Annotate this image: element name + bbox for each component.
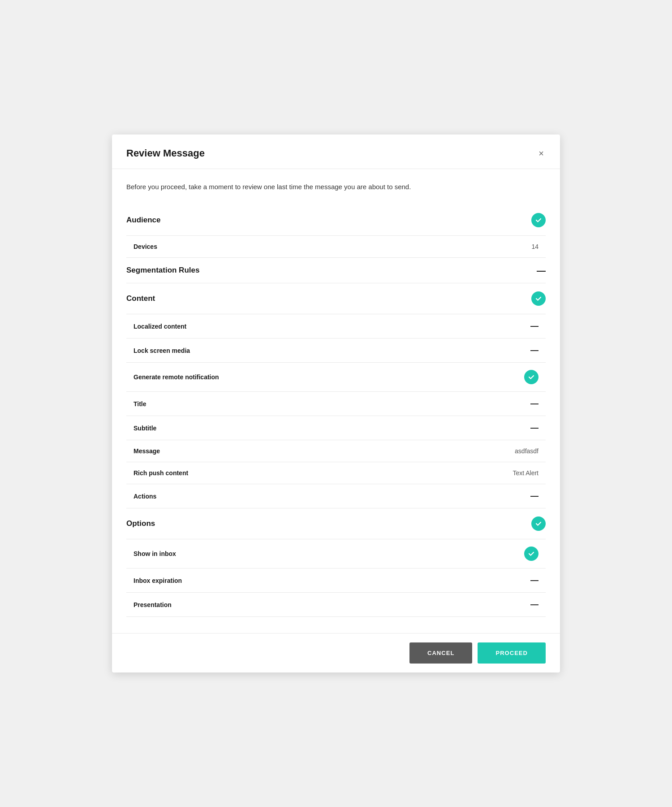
row-dash-icon: — <box>530 576 538 585</box>
dash-icon-segmentation-rules: — <box>537 266 546 275</box>
intro-text: Before you proceed, take a moment to rev… <box>126 182 546 192</box>
row-item: Actions— <box>126 484 546 508</box>
row-label: Message <box>134 447 160 455</box>
modal-body: Before you proceed, take a moment to rev… <box>112 169 560 633</box>
row-value: asdfasdf <box>515 447 538 455</box>
section-title-options: Options <box>126 519 155 528</box>
row-value: Text Alert <box>513 469 538 477</box>
row-label: Localized content <box>134 323 186 330</box>
row-dash-icon: — <box>530 346 538 355</box>
row-check-icon <box>524 547 538 561</box>
row-item: Localized content— <box>126 314 546 338</box>
row-label: Actions <box>134 493 156 500</box>
cancel-button[interactable]: CANCEL <box>409 642 472 664</box>
check-circle-icon-options <box>531 516 546 531</box>
proceed-button[interactable]: PROCEED <box>478 642 546 664</box>
row-item: Presentation— <box>126 593 546 617</box>
row-label: Devices <box>134 243 157 250</box>
row-dash-icon: — <box>530 491 538 501</box>
row-check-icon <box>524 370 538 384</box>
row-label: Generate remote notification <box>134 373 219 381</box>
section-header-content: Content <box>126 283 546 314</box>
row-item: Inbox expiration— <box>126 568 546 593</box>
row-label: Show in inbox <box>134 550 176 557</box>
row-item: Show in inbox <box>126 539 546 568</box>
close-button[interactable]: × <box>537 147 546 160</box>
row-item: Subtitle— <box>126 416 546 440</box>
row-label: Subtitle <box>134 425 156 432</box>
row-item: Messageasdfasdf <box>126 440 546 462</box>
section-header-segmentation-rules: Segmentation Rules— <box>126 258 546 283</box>
row-item: Devices14 <box>126 236 546 258</box>
row-dash-icon: — <box>530 600 538 609</box>
row-dash-icon: — <box>530 321 538 331</box>
modal-title: Review Message <box>126 148 205 159</box>
row-dash-icon: — <box>530 423 538 433</box>
check-circle-icon-content <box>531 291 546 306</box>
section-segmentation-rules: Segmentation Rules— <box>126 258 546 283</box>
row-label: Inbox expiration <box>134 577 182 584</box>
section-content: Content Localized content—Lock screen me… <box>126 283 546 508</box>
review-message-modal: Review Message × Before you proceed, tak… <box>112 134 560 672</box>
row-label: Title <box>134 400 146 408</box>
section-audience: Audience Devices14 <box>126 205 546 258</box>
section-options: Options Show in inbox Inbox expiration—P… <box>126 508 546 617</box>
section-header-options: Options <box>126 508 546 539</box>
section-title-audience: Audience <box>126 216 161 225</box>
check-circle-icon-audience <box>531 213 546 227</box>
section-title-content: Content <box>126 294 155 303</box>
row-item: Generate remote notification <box>126 363 546 392</box>
row-value: 14 <box>531 243 538 250</box>
row-label: Presentation <box>134 601 172 608</box>
modal-footer: CANCEL PROCEED <box>112 633 560 672</box>
row-dash-icon: — <box>530 399 538 408</box>
row-item: Lock screen media— <box>126 338 546 363</box>
modal-header: Review Message × <box>112 134 560 169</box>
sections-container: Audience Devices14Segmentation Rules—Con… <box>126 205 546 617</box>
section-title-segmentation-rules: Segmentation Rules <box>126 266 199 275</box>
row-label: Lock screen media <box>134 347 190 354</box>
section-header-audience: Audience <box>126 205 546 236</box>
row-item: Title— <box>126 392 546 416</box>
row-label: Rich push content <box>134 469 188 477</box>
row-item: Rich push contentText Alert <box>126 462 546 484</box>
